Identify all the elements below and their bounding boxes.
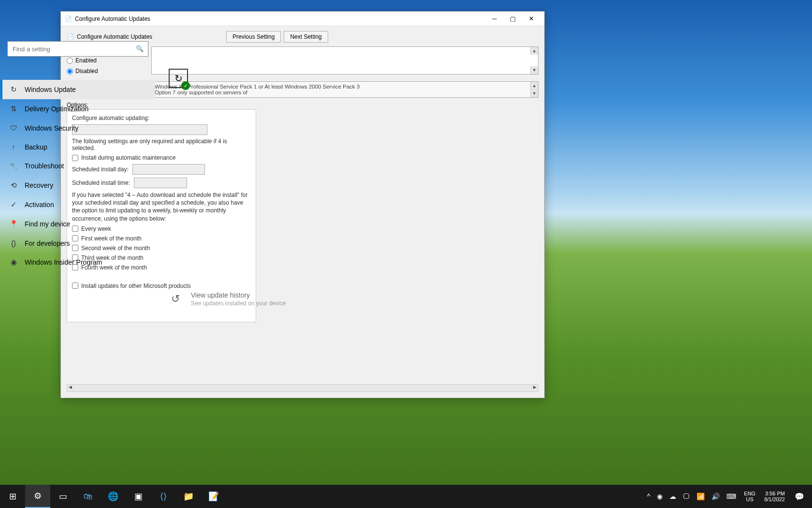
gpo-title-icon: 📄 (65, 15, 72, 22)
update-history-row[interactable]: ↺ View update historySee updates install… (169, 287, 474, 311)
nav-item-label: Recovery (25, 181, 53, 189)
nav-item-icon: 🛡 (9, 124, 18, 132)
nav-item-label: Windows Update (25, 86, 76, 93)
previous-setting-button[interactable]: Previous Setting (226, 31, 281, 43)
gpo-heading: Configure Automatic Updates (77, 33, 152, 40)
gpo-close-button[interactable]: ✕ (522, 12, 540, 26)
nav-item-icon: ↑ (9, 143, 18, 151)
comment-scroll-down[interactable]: ▼ (530, 66, 538, 74)
tray-notifications-icon[interactable]: 💬 (790, 492, 809, 501)
tray-record-icon[interactable]: ◉ (654, 493, 666, 500)
supported-scroll-up[interactable]: ▲ (530, 82, 538, 90)
search-icon: 🔍 (136, 45, 144, 52)
nav-item-windows-insider-program[interactable]: ◉Windows Insider Program (0, 253, 155, 272)
tray-clock[interactable]: 3:56 PM8/1/2022 (760, 491, 789, 502)
nav-item-label: Find my device (25, 220, 70, 228)
nav-item-activation[interactable]: ✓Activation (0, 195, 155, 214)
supported-line-1: Windows XP Professional Service Pack 1 o… (155, 84, 535, 90)
gpo-window-title: Configure Automatic Updates (75, 15, 485, 22)
nav-search: 🔍 (7, 41, 148, 57)
tray-keyboard-icon[interactable]: ⌨ (724, 493, 739, 500)
nav-item-label: Windows Security (25, 124, 78, 132)
history-icon: ↺ (169, 292, 182, 306)
gpo-maximize-button[interactable]: ▢ (504, 12, 522, 26)
comment-scroll-up[interactable]: ▲ (530, 47, 538, 55)
comment-textarea[interactable]: ▲ ▼ (151, 46, 538, 75)
taskbar-edge[interactable]: 🌐 (101, 485, 126, 508)
nav-item-label: Activation (25, 201, 54, 209)
nav-item-label: Backup (25, 143, 47, 151)
taskbar: ⊞ ⚙ ▭ 🛍 🌐 ▣ ⟨⟩ 📁 📝 ^ ◉ ☁ 🖵 📶 🔊 ⌨ ENGUS 3… (0, 485, 812, 508)
taskview-icon: ▭ (59, 491, 67, 502)
nav-item-find-my-device[interactable]: 📍Find my device (0, 214, 155, 234)
taskbar-store[interactable]: 🛍 (75, 485, 101, 508)
supported-line-2: Option 7 only supported on servers of (155, 90, 535, 95)
checkmark-badge-icon: ✓ (181, 81, 190, 90)
taskbar-taskview[interactable]: ▭ (50, 485, 75, 508)
taskbar-terminal[interactable]: ▣ (126, 485, 151, 508)
gear-icon: ⚙ (34, 491, 42, 501)
notepad-icon: 📝 (208, 491, 219, 502)
next-setting-button[interactable]: Next Setting (284, 31, 328, 43)
radio-disabled[interactable]: Disabled (67, 68, 117, 75)
taskbar-explorer[interactable]: 📁 (176, 485, 201, 508)
nav-item-icon: 🔧 (9, 162, 18, 170)
start-button[interactable]: ⊞ (0, 485, 25, 508)
nav-item-troubleshoot[interactable]: 🔧Troubleshoot (0, 156, 155, 176)
nav-item-label: Troubleshoot (25, 162, 64, 170)
taskbar-vscode[interactable]: ⟨⟩ (151, 485, 176, 508)
nav-item-backup[interactable]: ↑Backup (0, 137, 155, 156)
taskbar-settings[interactable]: ⚙ (25, 485, 50, 508)
gpo-titlebar[interactable]: 📄 Configure Automatic Updates ─ ▢ ✕ (61, 12, 544, 26)
nav-item-icon: {} (9, 239, 18, 247)
nav-item-icon: ⇅ (9, 105, 18, 113)
edge-icon: 🌐 (108, 491, 118, 502)
update-status-icon: ↻✓ (169, 69, 188, 88)
windows-logo-icon: ⊞ (9, 491, 16, 502)
taskbar-notepad[interactable]: 📝 (201, 485, 226, 508)
tray-language[interactable]: ENGUS (740, 491, 759, 502)
nav-item-icon: ◉ (9, 258, 18, 267)
radio-enabled[interactable]: Enabled (67, 57, 117, 64)
tray-wifi-icon[interactable]: 📶 (694, 493, 708, 500)
nav-item-label: Windows Insider Program (25, 258, 102, 266)
tray-monitor-icon[interactable]: 🖵 (680, 493, 693, 500)
nav-item-icon: 📍 (9, 220, 18, 228)
nav-item-recovery[interactable]: ⟲Recovery (0, 176, 155, 195)
nav-item-windows-security[interactable]: 🛡Windows Security (0, 119, 155, 137)
nav-item-delivery-optimization[interactable]: ⇅Delivery Optimization (0, 99, 155, 119)
gpo-heading-icon: 📄 (67, 33, 74, 40)
supported-scroll-down[interactable]: ▼ (530, 90, 538, 97)
nav-item-icon: ✓ (9, 200, 18, 209)
nav-item-icon: ⟲ (9, 181, 18, 190)
gpo-minimize-button[interactable]: ─ (485, 12, 504, 26)
supported-on-box: Windows XP Professional Service Pack 1 o… (151, 81, 538, 98)
nav-item-label: Delivery Optimization (25, 105, 88, 113)
tray-chevron-up-icon[interactable]: ^ (644, 493, 653, 500)
nav-item-windows-update[interactable]: ↻Windows Update (0, 80, 155, 99)
other-ms-checkbox[interactable] (72, 283, 78, 289)
tray-volume-icon[interactable]: 🔊 (709, 493, 723, 500)
nav-item-for-developers[interactable]: {}For developers (0, 234, 155, 253)
vscode-icon: ⟨⟩ (160, 491, 167, 502)
folder-icon: 📁 (183, 491, 194, 502)
gpo-h-scrollbar[interactable]: ◀▶ (67, 384, 538, 392)
terminal-icon: ▣ (134, 491, 143, 502)
nav-item-label: For developers (25, 239, 70, 247)
nav-item-icon: ↻ (9, 85, 18, 94)
search-input[interactable] (7, 41, 148, 57)
tray-onedrive-icon[interactable]: ☁ (667, 493, 679, 500)
store-icon: 🛍 (84, 492, 92, 502)
